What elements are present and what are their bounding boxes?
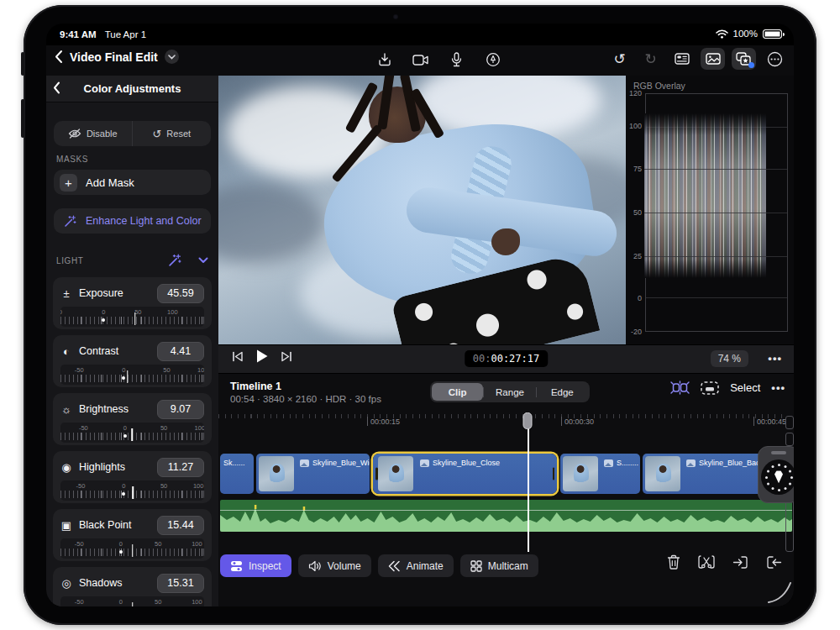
- slider-value[interactable]: 15.44: [157, 516, 204, 535]
- tick-label: 0: [119, 598, 123, 606]
- slider-black-point: ▣ Black Point 15.44 -50 0 50 100: [53, 509, 212, 561]
- connect-clip-button[interactable]: [670, 381, 690, 395]
- slider-ruler[interactable]: -50 0 50 100: [60, 596, 204, 606]
- video-track: Sk...... Skyline_Blue_Wide Skyline_Blue_…: [218, 454, 794, 494]
- overwrite-clip-button[interactable]: [766, 555, 782, 570]
- timeline-ruler[interactable]: 00:00:15 00:00:30 00:00:45: [218, 414, 786, 429]
- slider-name: Brightness: [79, 403, 150, 415]
- slider-cursor[interactable]: [132, 486, 134, 499]
- camera-button[interactable]: [408, 49, 433, 71]
- clip[interactable]: Skyline_Blue_Wide: [256, 454, 370, 494]
- slider-cursor[interactable]: [132, 544, 134, 557]
- slider-ruler[interactable]: -50 0 50 100: [60, 307, 204, 327]
- timecode-value: 00:27:17: [491, 353, 539, 365]
- multicam-button[interactable]: Multicam: [460, 554, 538, 577]
- slider-value[interactable]: 9.07: [157, 400, 204, 419]
- media-button[interactable]: [701, 48, 725, 70]
- effects-badge: [748, 62, 754, 68]
- clip[interactable]: S........: [560, 454, 640, 494]
- slider-name: Exposure: [79, 287, 150, 299]
- tick-label: 100: [193, 482, 204, 490]
- battery-icon: [763, 29, 782, 39]
- skip-to-start-button[interactable]: [232, 351, 244, 362]
- add-mask-label: Add Mask: [86, 176, 134, 189]
- trash-icon: [667, 554, 680, 570]
- collapse-section-button[interactable]: [198, 257, 208, 264]
- redo-button[interactable]: ↻: [638, 48, 663, 70]
- video-scope-panel: RGB Overlay 120 100 75 50 25 0 -20: [626, 76, 794, 344]
- volume-button[interactable]: Volume: [298, 554, 371, 577]
- slider-value[interactable]: 45.59: [157, 284, 204, 303]
- draw-button[interactable]: [480, 49, 505, 71]
- slider-ruler[interactable]: -50 0 50 100: [60, 365, 204, 385]
- black-point-icon: ▣: [60, 519, 72, 532]
- clip[interactable]: Sk......: [220, 454, 254, 494]
- magnetic-clips-icon: [670, 381, 690, 395]
- brightness-icon: ☼: [60, 403, 72, 416]
- clip-selected[interactable]: Skyline_Blue_Close: [373, 454, 557, 494]
- more-button[interactable]: [763, 48, 787, 70]
- mode-edge[interactable]: Edge: [537, 383, 588, 401]
- play-button[interactable]: [255, 349, 269, 364]
- slider-cursor[interactable]: [134, 312, 136, 325]
- clip-thumbnail: [645, 456, 680, 491]
- enhance-button[interactable]: Enhance Light and Color: [54, 208, 211, 234]
- viewer-more-button[interactable]: •••: [768, 352, 782, 365]
- timeline-more-button[interactable]: •••: [771, 381, 785, 394]
- slider-name: Highlights: [79, 461, 150, 473]
- slider-ruler[interactable]: -50 0 50 100: [60, 538, 204, 559]
- viewer-preview[interactable]: [218, 76, 626, 344]
- delete-button[interactable]: [667, 554, 680, 570]
- inspect-button[interactable]: Inspect: [220, 554, 291, 577]
- slider-value[interactable]: 11.27: [157, 458, 204, 477]
- mode-clip[interactable]: Clip: [432, 383, 483, 401]
- slider-ruler[interactable]: -50 0 50 100: [60, 480, 204, 501]
- animate-button[interactable]: Animate: [378, 554, 454, 577]
- audio-track[interactable]: [220, 500, 792, 532]
- import-button[interactable]: [372, 49, 396, 71]
- eye-slash-icon: [68, 129, 81, 139]
- add-mask-button[interactable]: + Add Mask: [54, 170, 211, 195]
- contrast-icon: ◐: [60, 345, 72, 358]
- disable-button[interactable]: Disable: [54, 121, 133, 146]
- mode-range[interactable]: Range: [484, 383, 535, 401]
- tick-label: 50: [160, 482, 167, 490]
- slider-cursor[interactable]: [127, 370, 129, 383]
- slider-value[interactable]: 4.41: [157, 342, 204, 361]
- microphone-button[interactable]: [444, 49, 469, 71]
- timeline-panel: Timeline 1 00:54 · 3840 × 2160 · HDR · 3…: [218, 374, 794, 606]
- auto-enhance-button[interactable]: [168, 254, 181, 267]
- overlay-clip-button[interactable]: [701, 381, 719, 395]
- double-chevron-icon: [388, 560, 401, 572]
- insert-clip-button[interactable]: [732, 555, 748, 570]
- browser-button[interactable]: [669, 48, 694, 70]
- skip-to-end-button[interactable]: [281, 351, 292, 362]
- trim-handle-left[interactable]: [375, 468, 378, 480]
- undo-button[interactable]: ↺: [607, 48, 632, 70]
- playhead-line[interactable]: [528, 417, 529, 552]
- tick-label: 0: [102, 308, 105, 316]
- viewer-zoom-button[interactable]: 74 %: [711, 350, 748, 367]
- back-button[interactable]: [55, 50, 63, 64]
- playhead-handle[interactable]: [523, 412, 533, 429]
- tick-label: 0: [119, 540, 123, 548]
- project-title[interactable]: Video Final Edit: [70, 50, 158, 64]
- slider-ruler[interactable]: -50 0 50 100: [60, 423, 204, 443]
- slider-value[interactable]: 15.31: [157, 574, 204, 593]
- split-clip-button[interactable]: [698, 554, 715, 570]
- trim-handle-right[interactable]: [553, 468, 555, 480]
- jog-wheel[interactable]: [758, 446, 794, 503]
- select-button[interactable]: Select: [730, 381, 760, 394]
- slider-cursor[interactable]: [132, 428, 134, 441]
- volume-up-button: [21, 52, 24, 76]
- ruler-ticks: [218, 414, 786, 418]
- slider-cursor[interactable]: [132, 602, 134, 606]
- reset-button[interactable]: ↺ Reset: [133, 121, 212, 146]
- media-icon: [706, 53, 721, 65]
- shadows-icon: ◎: [60, 577, 72, 590]
- jog-wheel-dial[interactable]: [761, 459, 794, 495]
- grid-line-overlay: [644, 213, 766, 213]
- effects-button[interactable]: [732, 48, 756, 70]
- origin-dot: [122, 492, 125, 496]
- project-menu-button[interactable]: [165, 50, 179, 64]
